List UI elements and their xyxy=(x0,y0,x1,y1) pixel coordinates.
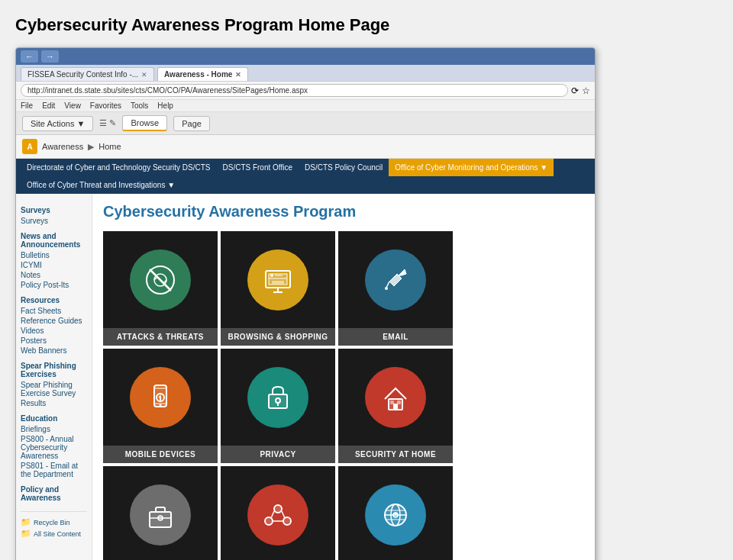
tile-label-3: Mobile Devices xyxy=(103,446,218,463)
tile-circle-7 xyxy=(247,484,308,546)
sidebar-link-1-2[interactable]: Notes xyxy=(21,270,87,280)
svg-rect-23 xyxy=(393,404,398,410)
page-title: Cybersecurity Awareness Program Home Pag… xyxy=(15,15,718,35)
svg-rect-8 xyxy=(272,281,284,284)
menu-bar: File Edit View Favorites Tools Help xyxy=(16,99,595,112)
sidebar-link-3-1[interactable]: Results xyxy=(21,398,87,408)
svg-rect-19 xyxy=(269,394,287,408)
sp-content: SurveysSurveysNews and AnnouncementsBull… xyxy=(16,194,595,560)
tile-icon-area-2 xyxy=(338,231,453,328)
sidebar-link-2-1[interactable]: Reference Guides xyxy=(21,316,87,326)
sidebar-section-1: News and Announcements xyxy=(21,232,87,249)
svg-line-33 xyxy=(282,511,285,518)
page-button[interactable]: Page xyxy=(173,116,210,131)
tile-attacks[interactable]: Attacks & Threats xyxy=(103,231,218,346)
tab-close-active-icon[interactable]: ✕ xyxy=(235,71,241,79)
nav-item-1[interactable]: DS/CTS Front Office xyxy=(216,159,299,176)
sp-toolbar: Site Actions ▼ ☰ ✎ Browse Page xyxy=(16,112,595,135)
sidebar-link-2-4[interactable]: Web Banners xyxy=(21,346,87,356)
svg-point-31 xyxy=(283,517,291,525)
nav-item-3[interactable]: Office of Cyber Monitoring and Operation… xyxy=(389,159,554,176)
svg-rect-25 xyxy=(397,401,401,404)
site-actions-button[interactable]: Site Actions ▼ xyxy=(22,116,93,131)
tab-awareness[interactable]: Awareness - Home ✕ xyxy=(157,67,248,81)
sidebar-link-0-0[interactable]: Surveys xyxy=(21,216,87,226)
tab-close-icon[interactable]: ✕ xyxy=(141,71,147,79)
tile-icon-area-0 xyxy=(103,231,218,328)
tile-label-1: Browsing & Shopping xyxy=(221,328,335,346)
sidebar-section-5: Policy and Awareness xyxy=(21,485,87,502)
sidebar-link-2-2[interactable]: Videos xyxy=(21,326,87,336)
svg-point-30 xyxy=(265,517,273,525)
tile-browsing[interactable]: Browsing & Shopping xyxy=(221,231,335,346)
tab-fissea-label: FISSEA Security Contest Info -... xyxy=(27,70,138,79)
sidebar-section-0: Surveys xyxy=(21,206,87,214)
tile-email[interactable]: Email xyxy=(338,231,453,346)
sidebar-section-4: Education xyxy=(21,414,87,423)
star-icon[interactable]: ☆ xyxy=(582,85,590,96)
tile-home[interactable]: Security at Home xyxy=(338,349,453,463)
sidebar-section-3: Spear Phishing Exercises xyxy=(21,362,87,378)
svg-point-16 xyxy=(160,404,162,406)
svg-line-11 xyxy=(386,282,389,288)
refresh-icon[interactable]: ⟳ xyxy=(571,85,579,96)
tiles-grid: Attacks & Threats Browsing & Shopping Em… xyxy=(103,231,584,560)
browse-button[interactable]: Browse xyxy=(122,115,167,131)
menu-edit[interactable]: Edit xyxy=(42,101,55,110)
nav-item-0[interactable]: Directorate of Cyber and Technology Secu… xyxy=(21,159,216,176)
tab-fissea[interactable]: FISSEA Security Contest Info -... ✕ xyxy=(21,67,154,81)
browser-titlebar: ← → xyxy=(16,48,595,65)
tile-social[interactable]: Social Media xyxy=(221,466,335,560)
sp-logo-icon: A xyxy=(22,139,37,154)
menu-file[interactable]: File xyxy=(21,101,33,110)
sp-main: Cybersecurity Awareness Program Attacks … xyxy=(92,194,595,560)
tile-circle-6 xyxy=(130,484,191,546)
menu-view[interactable]: View xyxy=(64,101,81,110)
url-bar: ⟳ ☆ xyxy=(16,81,595,99)
sidebar-link-2-3[interactable]: Posters xyxy=(21,336,87,346)
tile-icon-area-5 xyxy=(338,349,453,446)
tile-label-4: Privacy xyxy=(221,446,335,463)
sidebar-link-2-0[interactable]: Fact Sheets xyxy=(21,306,87,316)
sidebar-footer-1[interactable]: 📁 All Site Content xyxy=(21,528,87,539)
tile-label-5: Security at Home xyxy=(338,446,453,463)
sidebar-link-1-3[interactable]: Policy Post-Its xyxy=(21,280,87,290)
toolbar-icons: ☰ ✎ xyxy=(99,118,116,128)
sidebar-link-1-1[interactable]: ICYMI xyxy=(21,260,87,270)
browser-window: ← → FISSEA Security Contest Info -... ✕ … xyxy=(15,47,596,560)
forward-button[interactable]: → xyxy=(41,50,59,63)
sidebar-link-4-0[interactable]: Briefings xyxy=(21,424,87,434)
menu-help[interactable]: Help xyxy=(157,101,173,110)
tile-circle-0 xyxy=(130,249,191,311)
sidebar-section-2: Resources xyxy=(21,296,87,304)
svg-rect-18 xyxy=(160,397,161,401)
breadcrumb-site[interactable]: Awareness xyxy=(42,142,83,151)
menu-favorites[interactable]: Favorites xyxy=(90,101,121,110)
tile-label-2: Email xyxy=(338,328,453,346)
tile-mobile[interactable]: Mobile Devices xyxy=(103,349,218,463)
sidebar-link-1-0[interactable]: Bulletins xyxy=(21,250,87,260)
tile-work[interactable]: Security at Work xyxy=(103,466,218,560)
sidebar-link-4-2[interactable]: PS801 - Email at the Department xyxy=(21,461,87,479)
tile-icon-area-1 xyxy=(221,231,335,328)
url-input[interactable] xyxy=(21,84,568,97)
tile-icon-area-4 xyxy=(221,349,335,446)
menu-tools[interactable]: Tools xyxy=(131,101,148,110)
program-title: Cybersecurity Awareness Program xyxy=(103,203,584,220)
sp-nav: Directorate of Cyber and Technology Secu… xyxy=(16,159,595,194)
sidebar-link-3-0[interactable]: Spear Phishing Exercise Survey xyxy=(21,380,87,398)
svg-point-5 xyxy=(270,274,273,277)
tile-icon-area-6 xyxy=(103,466,218,560)
back-button[interactable]: ← xyxy=(21,50,38,63)
breadcrumb-page: Home xyxy=(98,142,121,151)
tile-icon-area-8 xyxy=(338,466,453,560)
sidebar-footer-0[interactable]: 📁 Recycle Bin xyxy=(21,517,87,528)
tile-privacy[interactable]: Privacy xyxy=(221,349,335,463)
nav-item-2[interactable]: DS/CTS Policy Council xyxy=(299,159,389,176)
tile-icon-area-3 xyxy=(103,349,218,446)
breadcrumb-separator: ▶ xyxy=(88,142,94,152)
sidebar-link-4-1[interactable]: PS800 - Annual Cybersecurity Awareness xyxy=(21,434,87,461)
tile-circle-4 xyxy=(247,367,308,428)
nav-item-4[interactable]: Office of Cyber Threat and Investigation… xyxy=(21,176,181,194)
tile-travel[interactable]: Travel Security xyxy=(338,466,453,560)
